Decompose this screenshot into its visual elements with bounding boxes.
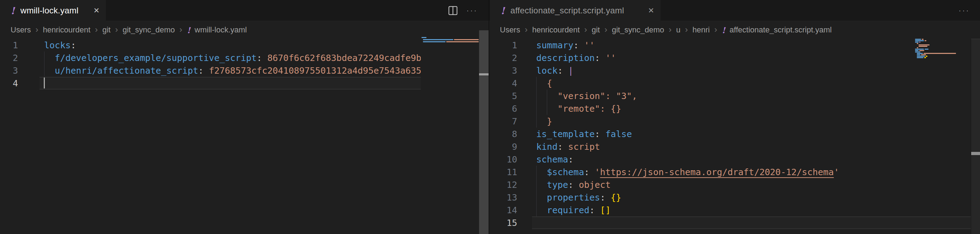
breadcrumb-separator-icon: › [525,25,527,34]
code-line[interactable]: } [489,115,971,128]
code-token: : [568,180,573,190]
code-line[interactable] [0,77,421,90]
minimap-line [924,57,926,58]
minimap-line [446,41,479,42]
minimap-line [919,44,929,46]
code-line[interactable]: $schema: 'https://json-schema.org/draft/… [489,166,971,178]
code-line[interactable]: { [489,77,971,90]
breadcrumb-item[interactable]: git_sync_demo [612,25,664,35]
code-token: : [199,66,204,76]
tab-bar: ! affectionate_script.script.yaml ✕ ··· [489,0,980,21]
split-editor-icon[interactable] [448,5,458,16]
code-text: lock: | [536,64,573,77]
code-token: : [557,142,563,152]
code-editor[interactable]: 1locks:2 f/developers_example/supportive… [0,39,421,234]
minimap-line [917,53,923,54]
minimap-line [917,56,925,57]
code-token: schema [536,154,568,164]
code-token: : [257,53,262,63]
editor-group-right: ! affectionate_script.script.yaml ✕ ··· … [488,0,980,234]
code-text: "remote": {} [536,102,621,115]
code-token: ' [834,167,839,177]
breadcrumb-item[interactable]: git [592,25,600,35]
code-text: { [536,77,552,90]
code-token [563,66,568,76]
tab-label: wmill-lock.yaml [21,6,78,16]
code-token: f/developers_example/supportive_script [55,53,257,63]
tab-wmill-lock-yaml[interactable]: ! wmill-lock.yaml ✕ [0,0,106,21]
code-token: } [536,116,552,126]
breadcrumb-file[interactable]: affectionate_script.script.yaml [730,25,832,35]
code-line[interactable]: f/developers_example/supportive_script: … [0,51,421,64]
code-text: u/henri/affectionate_script: f2768573cfc… [44,64,421,77]
code-token [204,66,209,76]
code-token: kind [536,142,557,152]
code-token: script [568,142,600,152]
code-token [605,193,611,202]
code-line[interactable]: type: object [489,178,971,191]
more-actions-icon[interactable]: ··· [467,8,478,14]
minimap-line [924,53,956,54]
code-token: object [579,180,610,190]
minimap-line [917,54,920,55]
code-token [536,205,547,215]
code-line[interactable]: locks: [0,39,421,51]
minimap-line [915,41,919,43]
minimap-line [919,41,920,43]
code-token: : [600,193,605,202]
breadcrumb-item[interactable]: git [102,25,110,35]
code-token: "remote": {} [536,104,621,114]
code-line[interactable]: summary: '' [489,39,971,51]
editor-group-left: ! wmill-lock.yaml ✕ ··· Users›henricourd… [0,0,488,234]
code-token: "version": "3", [536,91,637,101]
tab-label: affectionate_script.script.yaml [511,6,624,16]
breadcrumb-separator-icon: › [584,25,587,34]
tab-close-icon[interactable]: ✕ [86,6,100,15]
code-line[interactable]: description: '' [489,51,971,64]
more-actions-icon[interactable]: ··· [959,8,970,14]
code-token: : [595,129,600,139]
code-line[interactable]: properties: {} [489,191,971,204]
code-text: "version": "3", [536,90,637,102]
code-token [600,129,605,139]
scrollbar[interactable] [971,39,980,234]
code-token: { [536,78,552,89]
code-line[interactable]: schema: [489,153,971,166]
code-token [44,66,55,76]
breadcrumb-separator-icon: › [685,25,688,34]
code-token: u/henri/affectionate_script [55,66,198,76]
code-token: lock [536,66,557,76]
code-line[interactable]: required: [] [489,204,971,217]
breadcrumb-item[interactable]: henri [692,25,710,35]
tab-close-icon[interactable]: ✕ [640,6,654,15]
code-text: is_template: false [536,128,632,140]
code-line[interactable]: "version": "3", [489,90,971,102]
code-line[interactable] [489,217,971,229]
minimap-line [422,37,426,38]
code-token [536,167,547,177]
breadcrumb: Users›henricourdent›git›git_sync_demo›u›… [489,21,980,39]
breadcrumb-item[interactable]: henricourdent [43,25,91,35]
code-line[interactable]: kind: script [489,140,971,153]
code-line[interactable]: is_template: false [489,128,971,140]
breadcrumb: Users›henricourdent›git›git_sync_demo›!w… [0,21,488,39]
breadcrumb-item[interactable]: u [676,25,680,35]
code-token: is_template [536,129,595,139]
breadcrumb-item[interactable]: Users [11,25,31,35]
code-token: : [584,167,589,177]
breadcrumb-item[interactable]: henricourdent [532,25,580,35]
code-token: : [568,154,573,164]
code-token: false [605,129,632,139]
code-line[interactable]: u/henri/affectionate_script: f2768573cfc… [0,64,421,77]
breadcrumb-item[interactable]: Users [500,25,520,35]
code-text: type: object [536,178,611,191]
code-line[interactable]: "remote": {} [489,102,971,115]
code-line[interactable]: lock: | [489,64,971,77]
breadcrumb-item[interactable]: git_sync_demo [123,25,175,35]
code-editor[interactable]: 1summary: ''2description: ''3lock: |4 {5… [489,39,971,234]
yaml-warning-file-icon: ! [501,6,505,16]
tab-affectionate-script-yaml[interactable]: ! affectionate_script.script.yaml ✕ [490,0,660,21]
breadcrumb-file[interactable]: wmill-lock.yaml [194,25,247,35]
scrollbar[interactable] [479,30,488,234]
yaml-warning-file-icon: ! [11,6,15,16]
